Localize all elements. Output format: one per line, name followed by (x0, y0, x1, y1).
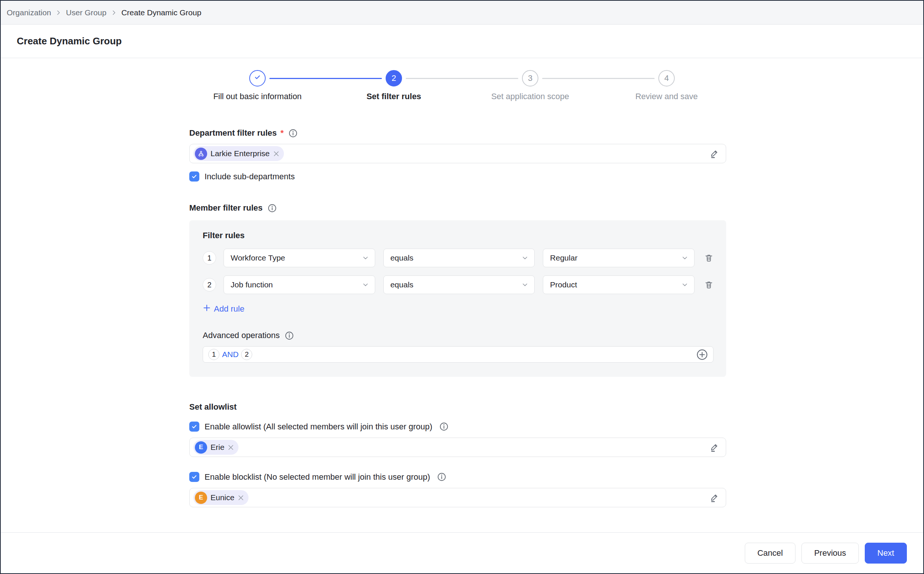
rule-2-field-select[interactable]: Job function (224, 276, 375, 294)
advanced-operations-label-row: Advanced operations (203, 331, 713, 340)
step-connector (406, 78, 518, 79)
enable-blocklist-label: Enable blocklist (No selected member wil… (205, 472, 430, 482)
main-content: Fill out basic information 2 Set filter … (1, 58, 923, 532)
remove-tag-icon[interactable] (228, 444, 234, 451)
department-tag-larkie-enterprise: Larkie Enterprise (194, 146, 284, 161)
chevron-right-icon (55, 10, 61, 16)
org-hierarchy-icon (195, 148, 207, 160)
step-2-set-filter-rules[interactable]: 2 Set filter rules (326, 70, 462, 101)
step-3-circle[interactable]: 3 (522, 70, 538, 87)
member-filter-rules-panel: Filter rules 1 Workforce Type equals Reg… (189, 220, 726, 377)
enable-blocklist-checkbox[interactable] (189, 472, 199, 482)
rule-2-field-value: Job function (231, 280, 273, 289)
include-sub-departments-row: Include sub-departments (189, 172, 726, 181)
breadcrumb: Organization User Group Create Dynamic G… (1, 1, 923, 25)
blocklist-tag-label: Eunice (211, 493, 235, 502)
chevron-down-icon (522, 255, 528, 261)
enable-blocklist-row: Enable blocklist (No selected member wil… (189, 472, 726, 482)
rule-1-number-badge: 1 (203, 251, 216, 265)
chevron-down-icon (522, 281, 528, 288)
rule-2-number-badge: 2 (203, 278, 216, 292)
rule-1-operator-value: equals (390, 254, 414, 262)
blocklist-members-input[interactable]: E Eunice (189, 488, 726, 507)
delete-rule-2-trash-icon[interactable] (704, 280, 713, 290)
info-icon[interactable] (289, 129, 298, 137)
step-4-review-save[interactable]: 4 Review and save (598, 70, 735, 101)
delete-rule-1-trash-icon[interactable] (704, 254, 713, 263)
step-connector-done (269, 78, 382, 79)
required-asterisk: * (280, 128, 284, 138)
breadcrumb-organization[interactable]: Organization (7, 8, 51, 17)
edit-pencil-icon[interactable] (709, 442, 719, 453)
wizard-footer: Cancel Previous Next (1, 532, 923, 573)
create-dynamic-group-window: Organization User Group Create Dynamic G… (0, 0, 924, 574)
cancel-button[interactable]: Cancel (745, 543, 795, 564)
rule-2-operator-select[interactable]: equals (383, 276, 535, 294)
remove-tag-icon[interactable] (238, 495, 244, 501)
rule-1-field-value: Workforce Type (231, 254, 285, 262)
wizard-stepper: Fill out basic information 2 Set filter … (189, 70, 735, 101)
rule-1-operator-select[interactable]: equals (383, 249, 535, 267)
include-sub-departments-checkbox[interactable] (189, 172, 199, 181)
eunice-avatar: E (195, 492, 207, 504)
include-sub-departments-label: Include sub-departments (205, 172, 295, 181)
filter-rule-row-2: 2 Job function equals Product (203, 276, 713, 294)
set-allowlist-heading: Set allowlist (189, 402, 726, 412)
allowlist-tag-label: Erie (211, 443, 224, 452)
blocklist-tag-eunice: E Eunice (194, 490, 249, 505)
advanced-expression-box[interactable]: 1 AND 2 (203, 346, 713, 363)
step-3-application-scope[interactable]: 3 Set application scope (462, 70, 598, 101)
rule-1-field-select[interactable]: Workforce Type (224, 249, 375, 267)
filter-rules-panel-title: Filter rules (203, 231, 713, 240)
expression-and-operator[interactable]: AND (222, 350, 238, 359)
chevron-down-icon (682, 281, 688, 288)
remove-tag-icon[interactable] (273, 151, 279, 157)
department-filter-rules-label: Department filter rules (189, 128, 277, 138)
breadcrumb-user-group[interactable]: User Group (66, 8, 107, 17)
step-2-label: Set filter rules (367, 92, 421, 101)
info-icon[interactable] (285, 331, 294, 340)
previous-button[interactable]: Previous (801, 543, 859, 564)
expression-rule-1-badge: 1 (208, 349, 219, 360)
rule-1-value-select[interactable]: Regular (543, 249, 694, 267)
page-title: Create Dynamic Group (17, 35, 122, 47)
add-expression-plus-circle-icon[interactable] (696, 349, 708, 360)
step-1-check-circle[interactable] (249, 70, 266, 87)
add-rule-label: Add rule (214, 304, 244, 314)
filter-rules-form: Department filter rules * Larkie Enterpr… (189, 128, 726, 507)
enable-allowlist-label: Enable allowlist (All selected members w… (205, 422, 432, 432)
step-3-label: Set application scope (491, 92, 569, 101)
allowlist-members-input[interactable]: E Erie (189, 438, 726, 457)
erie-avatar: E (195, 441, 207, 454)
plus-icon (203, 304, 211, 314)
step-4-circle[interactable]: 4 (658, 70, 675, 87)
add-rule-button[interactable]: Add rule (203, 304, 244, 314)
chevron-down-icon (682, 255, 688, 261)
department-tag-label: Larkie Enterprise (211, 149, 270, 158)
step-4-label: Review and save (635, 92, 698, 101)
step-2-circle[interactable]: 2 (386, 70, 402, 87)
step-1-basic-information[interactable]: Fill out basic information (189, 70, 326, 101)
rule-2-value-select[interactable]: Product (543, 276, 694, 294)
info-icon[interactable] (438, 473, 446, 481)
title-bar: Create Dynamic Group (1, 25, 923, 58)
breadcrumb-current: Create Dynamic Group (121, 8, 201, 17)
chevron-down-icon (362, 255, 369, 261)
rule-1-value: Regular (550, 254, 578, 262)
department-selector-input[interactable]: Larkie Enterprise (189, 144, 726, 163)
info-icon[interactable] (440, 422, 448, 431)
info-icon[interactable] (268, 204, 277, 213)
edit-pencil-icon[interactable] (709, 149, 719, 159)
step-1-label: Fill out basic information (213, 92, 301, 101)
next-button[interactable]: Next (865, 543, 907, 564)
edit-pencil-icon[interactable] (709, 493, 719, 503)
chevron-right-icon (111, 10, 117, 16)
member-filter-rules-label: Member filter rules (189, 203, 263, 213)
expression-rule-2-badge: 2 (241, 349, 252, 360)
rule-2-value: Product (550, 280, 577, 289)
enable-allowlist-checkbox[interactable] (189, 421, 199, 432)
step-connector (542, 78, 655, 79)
department-filter-rules-label-row: Department filter rules * (189, 128, 726, 138)
advanced-operations-label: Advanced operations (203, 331, 280, 340)
enable-allowlist-row: Enable allowlist (All selected members w… (189, 421, 726, 432)
